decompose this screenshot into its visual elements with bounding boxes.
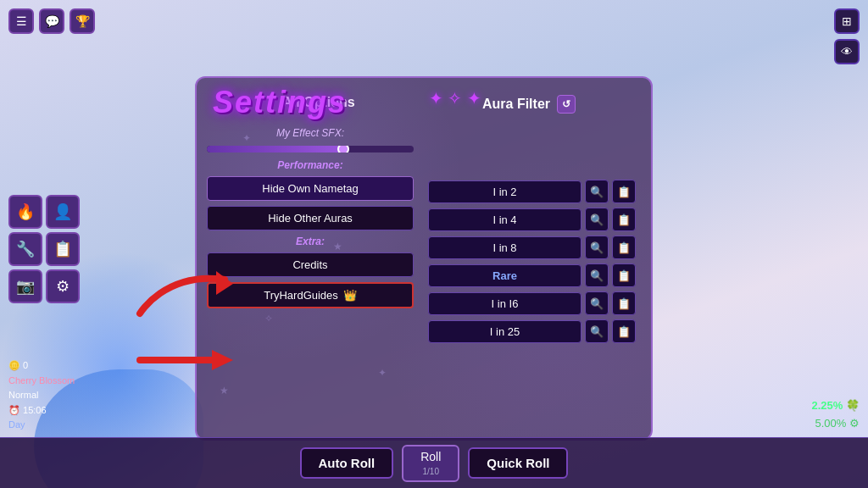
aura-search-1in16[interactable]: 🔍 [585, 291, 609, 315]
aura-search-1in8[interactable]: 🔍 [585, 236, 609, 259]
day-display: Day [8, 418, 75, 433]
sfx-slider-thumb[interactable] [337, 146, 349, 152]
rate1-icon: 🍀 [846, 399, 860, 412]
aura-filter-label: Aura Filter [482, 97, 550, 112]
username-button[interactable]: TryHardGuides 👑 [207, 282, 414, 308]
sidebar-fire-btn[interactable]: 🔥 [8, 195, 42, 229]
auto-roll-button[interactable]: Auto Roll [300, 447, 394, 479]
aura-row-1in25: I in 25 🔍 📋 [428, 319, 636, 343]
time-value: 15:06 [23, 405, 47, 415]
refresh-icon[interactable]: ↺ [557, 95, 576, 114]
rate2-display: 5.00% ⚙ [812, 415, 860, 433]
extra-label: Extra: [207, 236, 414, 247]
aura-copy-1in4[interactable]: 📋 [612, 208, 636, 231]
roll-label: Roll [420, 450, 441, 463]
menu-button[interactable]: ☰ [8, 8, 34, 34]
eye-button[interactable]: 👁 [834, 39, 860, 64]
aura-row-1in4: I in 4 🔍 📋 [428, 208, 636, 231]
character-type: Normal [8, 388, 75, 403]
aura-label-1in4: I in 4 [428, 208, 581, 231]
sfx-slider-fill [207, 146, 342, 152]
sidebar-user-btn[interactable]: 👤 [46, 195, 80, 229]
rate1-display: 2.25% 🍀 [812, 397, 860, 415]
chat-button[interactable]: 💬 [39, 8, 64, 34]
rate2-icon: ⚙ [849, 417, 860, 430]
aura-filter-list: I in 2 🔍 📋 I in 4 🔍 📋 I in 8 🔍 📋 Rare 🔍 … [428, 180, 636, 343]
sidebar-camera-btn[interactable]: 📷 [8, 269, 42, 303]
roll-counter: Roll 1/10 [402, 445, 459, 482]
left-panel: My Effect SFX: Performance: Hide Own Nam… [197, 120, 424, 439]
aura-copy-1in16[interactable]: 📋 [612, 291, 636, 315]
character-name: Cherry Blossom [8, 374, 75, 389]
aura-row-1in8: I in 8 🔍 📋 [428, 236, 636, 259]
top-bar: ☰ 💬 🏆 [8, 8, 95, 34]
aura-label-1in25: I in 25 [428, 320, 581, 343]
aura-row-1in16: I in I6 🔍 📋 [428, 291, 636, 315]
bottom-right-info: 2.25% 🍀 5.00% ⚙ [812, 397, 860, 433]
coins-display: 🪙 0 [8, 358, 75, 374]
aura-label-1in2: I in 2 [428, 180, 581, 203]
sfx-slider-track[interactable] [207, 146, 414, 152]
aura-copy-1in25[interactable]: 📋 [612, 319, 636, 343]
settings-title: Settings [195, 85, 364, 120]
aura-search-rare[interactable]: 🔍 [585, 263, 609, 287]
aura-search-1in2[interactable]: 🔍 [585, 180, 609, 203]
sfx-label: My Effect SFX: [207, 127, 414, 139]
sidebar-tool-btn[interactable]: 🔧 [8, 232, 42, 266]
rate2-value: 5.00% [815, 417, 847, 430]
aura-row-rare: Rare 🔍 📋 [428, 263, 636, 287]
time-display: ⏰ 15:06 [8, 403, 75, 419]
sidebar: 🔥 👤 🔧 📋 📷 ⚙ [8, 195, 80, 303]
aura-copy-1in2[interactable]: 📋 [612, 180, 636, 203]
sidebar-gear-btn[interactable]: ⚙ [46, 269, 80, 303]
rate1-value: 2.25% [812, 399, 843, 412]
coins-value: 0 [23, 360, 28, 370]
credits-button[interactable]: Credits [207, 252, 414, 277]
aura-label-1in16: I in I6 [428, 292, 581, 315]
aura-row-1in2: I in 2 🔍 📋 [428, 180, 636, 203]
roll-sub-counter: 1/10 [423, 467, 439, 476]
roll-center: Roll 1/10 [402, 445, 459, 482]
sfx-slider-container[interactable] [207, 144, 414, 154]
perf-label: Performance: [207, 159, 414, 171]
col-aura-filter-header: Aura Filter ↺ [424, 95, 634, 114]
aura-label-rare: Rare [428, 264, 581, 287]
grid-button[interactable]: ⊞ [834, 8, 860, 34]
bottom-bar: Auto Roll Roll 1/10 Quick Roll [0, 437, 868, 488]
aura-search-1in4[interactable]: 🔍 [585, 208, 609, 231]
username-label: TryHardGuides [264, 289, 338, 302]
username-icon: 👑 [343, 289, 357, 302]
hide-auras-button[interactable]: Hide Other Auras [207, 206, 414, 230]
quick-roll-button[interactable]: Quick Roll [468, 447, 568, 479]
top-right-panel: ⊞ 👁 [834, 8, 860, 64]
trophy-button[interactable]: 🏆 [70, 8, 95, 34]
hide-nametag-button[interactable]: Hide Own Nametag [207, 176, 414, 201]
sidebar-copy-btn[interactable]: 📋 [46, 232, 80, 266]
aura-label-1in8: I in 8 [428, 236, 581, 259]
bottom-left-info: 🪙 0 Cherry Blossom Normal ⏰ 15:06 Day [8, 358, 75, 433]
aura-search-1in25[interactable]: 🔍 [585, 319, 609, 343]
aura-copy-1in8[interactable]: 📋 [612, 236, 636, 259]
aura-copy-rare[interactable]: 📋 [612, 263, 636, 287]
